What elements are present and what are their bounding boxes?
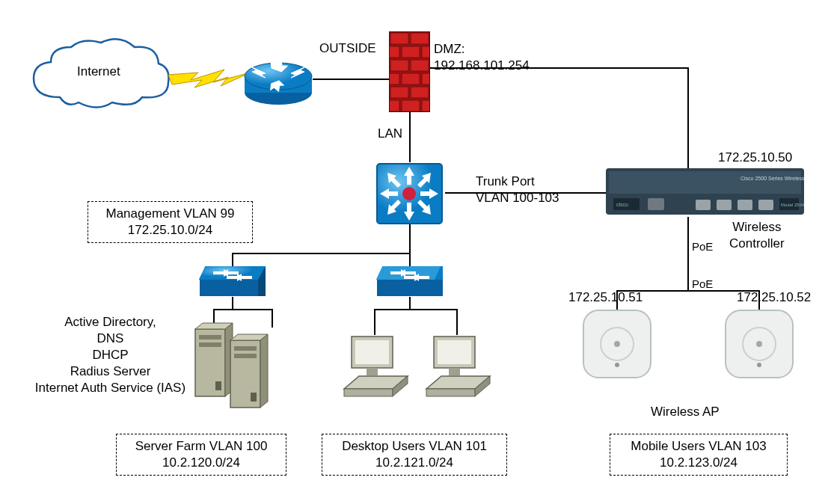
svg-rect-60 — [367, 368, 378, 375]
poe1-label: PoE — [692, 239, 713, 254]
dmz-label: DMZ: 192.168.101.254 — [434, 41, 530, 74]
svg-rect-17 — [389, 100, 399, 111]
svg-text:cisco: cisco — [616, 202, 628, 207]
svg-rect-8 — [402, 46, 420, 58]
link-firewall-dmz-v — [687, 67, 689, 170]
svg-rect-11 — [411, 60, 429, 71]
server-vlan-box: Server Farm VLAN 100 10.2.120.0/24 — [116, 434, 286, 476]
lightning-link-icon — [168, 64, 251, 93]
access-point-1-icon — [580, 307, 654, 381]
svg-rect-78 — [738, 200, 752, 210]
firewall-icon — [389, 31, 430, 112]
svg-rect-6 — [411, 33, 429, 44]
ap-name-label: Wireless AP — [651, 404, 720, 420]
server-2-icon — [228, 333, 269, 411]
desktop-vlan-line2: 10.2.121.0/24 — [375, 455, 453, 471]
svg-rect-31 — [200, 280, 266, 296]
svg-rect-49 — [199, 335, 221, 339]
router-icon — [243, 54, 314, 106]
svg-rect-55 — [234, 346, 257, 351]
svg-rect-59 — [355, 340, 389, 364]
svg-rect-77 — [717, 200, 732, 210]
lan-label: LAN — [378, 126, 402, 142]
desktop-vlan-line1: Desktop Users VLAN 101 — [342, 438, 487, 455]
core-switch-icon — [374, 161, 445, 227]
wlc-name-label: Wireless Controller — [729, 219, 785, 252]
pc-1-icon — [340, 333, 411, 400]
svg-rect-79 — [758, 200, 773, 210]
link-left-h — [213, 309, 273, 310]
svg-rect-16 — [411, 87, 429, 98]
mgmt-vlan-box: Management VLAN 99 172.25.10.0/24 — [88, 201, 253, 243]
svg-text:Cisco 2500 Series Wireless Con: Cisco 2500 Series Wireless Controller — [740, 176, 804, 181]
svg-rect-62 — [344, 389, 393, 396]
link-router-firewall — [313, 79, 392, 80]
link-srv2-v — [272, 309, 273, 328]
svg-rect-9 — [422, 46, 430, 58]
svg-marker-0 — [168, 70, 251, 87]
svg-rect-56 — [234, 354, 257, 358]
svg-rect-68 — [426, 389, 475, 396]
internet-label: Internet — [77, 64, 120, 80]
ap1-ip-label: 172.25.10.51 — [568, 289, 643, 306]
access-switch-right-icon — [375, 262, 444, 299]
link-wlc-poe-down — [687, 217, 689, 292]
svg-point-84 — [614, 341, 620, 347]
svg-rect-50 — [199, 342, 221, 347]
link-firewall-core — [409, 111, 411, 162]
svg-rect-71 — [609, 171, 801, 194]
svg-rect-39 — [377, 280, 443, 296]
svg-rect-10 — [390, 60, 408, 71]
services-label: Active Directory, DNS DHCP Radius Server… — [26, 314, 194, 396]
mobile-vlan-line1: Mobile Users VLAN 103 — [631, 438, 766, 455]
link-pc2-v — [456, 309, 458, 335]
link-pc1-v — [374, 309, 375, 335]
svg-rect-66 — [449, 368, 460, 375]
svg-marker-54 — [260, 334, 268, 408]
svg-point-89 — [757, 363, 761, 367]
svg-rect-5 — [390, 33, 408, 44]
svg-rect-76 — [696, 200, 711, 210]
svg-rect-65 — [438, 340, 471, 364]
wireless-controller-icon: Cisco 2500 Series Wireless Controller ci… — [606, 168, 804, 217]
svg-point-88 — [756, 341, 762, 347]
mobile-vlan-line2: 10.2.123.0/24 — [660, 455, 738, 471]
svg-rect-75 — [648, 198, 664, 210]
svg-rect-12 — [389, 73, 399, 84]
svg-point-22 — [402, 187, 416, 200]
svg-rect-18 — [402, 100, 420, 111]
svg-rect-7 — [389, 46, 399, 58]
ap2-ip-label: 172.25.10.52 — [737, 289, 811, 306]
link-right-h — [374, 309, 458, 310]
svg-point-85 — [615, 363, 619, 367]
desktop-vlan-box: Desktop Users VLAN 101 10.2.121.0/24 — [322, 434, 507, 476]
svg-rect-14 — [422, 73, 430, 84]
access-switch-left-icon — [198, 262, 267, 299]
mgmt-vlan-line1: Management VLAN 99 — [106, 206, 235, 222]
svg-rect-57 — [251, 393, 257, 402]
trunk-label: Trunk Port VLAN 100-103 — [476, 173, 559, 206]
link-core-down — [409, 224, 411, 254]
svg-rect-15 — [390, 87, 408, 98]
svg-text:Model 2504: Model 2504 — [781, 203, 804, 207]
poe2-label: PoE — [692, 277, 713, 292]
access-point-2-icon — [722, 307, 797, 381]
svg-rect-19 — [422, 100, 430, 111]
mobile-vlan-box: Mobile Users VLAN 103 10.2.123.0/24 — [610, 434, 788, 476]
server-vlan-line1: Server Farm VLAN 100 — [135, 438, 268, 455]
link-bus-h — [232, 253, 411, 254]
mgmt-vlan-line2: 172.25.10.0/24 — [128, 222, 212, 239]
pc-2-icon — [423, 333, 494, 400]
server-vlan-line2: 10.2.120.0/24 — [162, 455, 240, 471]
wlc-ip-label: 172.25.10.50 — [718, 150, 792, 166]
svg-rect-13 — [402, 73, 420, 84]
outside-label: OUTSIDE — [319, 40, 376, 57]
svg-rect-51 — [215, 381, 221, 390]
